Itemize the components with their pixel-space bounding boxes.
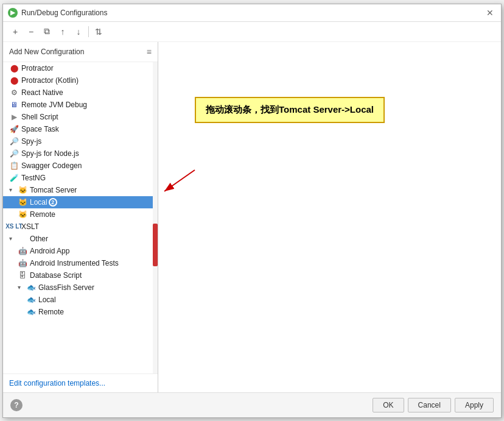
callout-annotation: 拖动滚动条，找到Tomcat Server->Local [195,97,385,123]
close-button[interactable]: ✕ [484,8,496,18]
run-debug-dialog: ▶ Run/Debug Configurations ✕ + − ⧉ ↑ ↓ ⇅… [2,4,502,418]
tree-item-testng[interactable]: 🧪 TestNG [3,172,158,184]
tree-item-glassfish-local[interactable]: 🐟 Local [3,294,158,306]
left-panel-header: Add New Configuration ≡ [3,42,158,62]
database-script-icon: 🗄 [18,271,27,280]
svg-line-1 [164,170,195,191]
tree-item-space-task[interactable]: 🚀 Space Task [3,123,158,135]
config-tree[interactable]: ⬤ Protractor ⬤ Protractor (Kotlin) ⚙ Rea… [3,62,158,373]
android-instrumented-icon: 🤖 [18,258,27,268]
scrollbar-thumb[interactable] [153,224,158,266]
ok-button[interactable]: OK [373,398,404,412]
cancel-button[interactable]: Cancel [408,398,451,412]
spy-js-node-icon: 🔎 [9,149,19,158]
help-button[interactable]: ? [10,399,23,411]
tree-item-tomcat-server[interactable]: ▾ 🐱 Tomcat Server [3,184,158,196]
left-panel: Add New Configuration ≡ ⬤ Protractor ⬤ P… [3,42,158,392]
title-bar: ▶ Run/Debug Configurations ✕ [3,4,501,22]
tomcat-local-icon: 🐱 [18,197,27,207]
callout-text: 拖动滚动条，找到Tomcat Server->Local [206,104,374,115]
left-panel-title: Add New Configuration [9,48,84,56]
toolbar-separator [88,26,89,37]
copy-button[interactable]: ⧉ [40,24,54,39]
dialog-footer: ? OK Cancel Apply [3,392,501,417]
toolbar: + − ⧉ ↑ ↓ ⇅ [3,22,501,42]
tree-item-shell-script[interactable]: ▶ Shell Script [3,111,158,123]
tree-item-protractor-kotlin[interactable]: ⬤ Protractor (Kotlin) [3,74,158,87]
tree-item-glassfish-remote[interactable]: 🐟 Remote [3,306,158,318]
tree-item-android-app[interactable]: 🤖 Android App [3,245,158,257]
glassfish-icon: 🐟 [26,283,36,292]
scrollbar-track [153,62,158,373]
tomcat-chevron: ▾ [9,186,18,193]
tree-item-android-instrumented[interactable]: 🤖 Android Instrumented Tests [3,257,158,269]
space-task-icon: 🚀 [9,124,19,134]
shell-script-icon: ▶ [9,112,19,122]
protractor-kotlin-icon: ⬤ [9,76,19,85]
tree-item-glassfish[interactable]: ▾ 🐟 GlassFish Server [3,281,158,294]
tree-item-other[interactable]: ▾ Other [3,233,158,245]
xslt-icon: XS LT [9,222,19,232]
tree-item-tomcat-remote[interactable]: 🐱 Remote [3,208,158,221]
footer-left: ? [10,399,23,411]
other-icon [18,234,27,244]
move-up-button[interactable]: ↑ [55,24,70,39]
tree-item-database-script[interactable]: 🗄 Database Script [3,269,158,281]
react-native-icon: ⚙ [9,88,19,97]
tree-item-tomcat-local[interactable]: 🐱 Local 2 [3,196,158,208]
right-panel: 拖动滚动条，找到Tomcat Server->Local [158,42,501,392]
run-icon: ▶ [8,8,18,18]
tree-item-spy-js-node[interactable]: 🔎 Spy-js for Node.js [3,147,158,160]
android-app-icon: 🤖 [18,246,27,256]
tree-item-remote-jvm[interactable]: 🖥 Remote JVM Debug [3,99,158,111]
spy-js-icon: 🔎 [9,136,19,146]
swagger-icon: 📋 [9,161,19,171]
apply-button[interactable]: Apply [455,398,494,412]
other-chevron: ▾ [9,235,18,242]
move-down-button[interactable]: ↓ [71,24,86,39]
remove-button[interactable]: − [24,24,38,39]
tree-item-xslt[interactable]: XS LT XSLT [3,221,158,233]
tomcat-local-badge: 2 [49,198,57,207]
tomcat-remote-icon: 🐱 [18,210,27,219]
glassfish-local-icon: 🐟 [26,295,36,305]
sort-button[interactable]: ⇅ [91,24,106,39]
add-button[interactable]: + [8,24,23,39]
edit-templates-link[interactable]: Edit configuration templates... [9,379,105,387]
tree-item-react-native[interactable]: ⚙ React Native [3,87,158,99]
protractor-icon: ⬤ [9,63,19,73]
footer-right: OK Cancel Apply [373,398,494,412]
tomcat-icon: 🐱 [18,185,27,195]
dialog-title: Run/Debug Configurations [21,9,480,17]
glassfish-remote-icon: 🐟 [26,307,36,317]
header-menu-icon[interactable]: ≡ [147,47,152,57]
tree-item-swagger[interactable]: 📋 Swagger Codegen [3,160,158,172]
remote-jvm-icon: 🖥 [9,100,19,110]
tree-item-spy-js[interactable]: 🔎 Spy-js [3,135,158,147]
glassfish-chevron: ▾ [18,284,26,291]
tree-item-protractor[interactable]: ⬤ Protractor [3,62,158,74]
testng-icon: 🧪 [9,173,19,183]
content-area: Add New Configuration ≡ ⬤ Protractor ⬤ P… [3,42,501,392]
left-panel-footer: Edit configuration templates... [3,373,158,392]
